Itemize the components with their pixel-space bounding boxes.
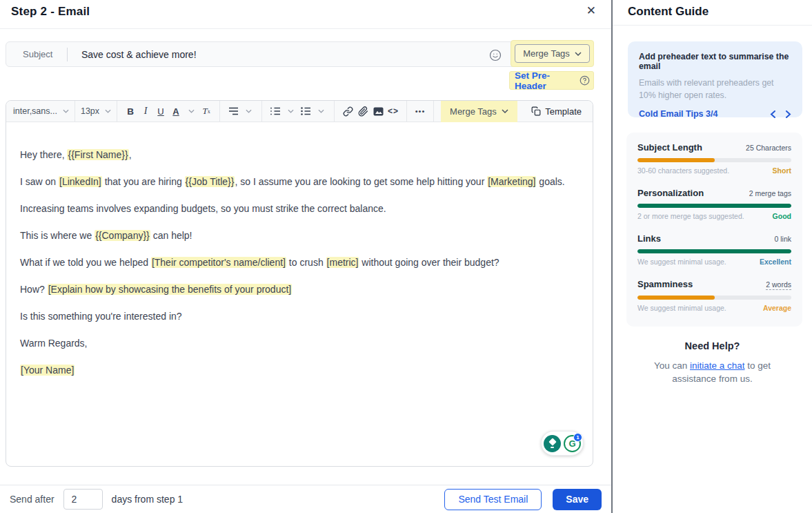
emoji-picker-icon[interactable] <box>489 49 502 61</box>
font-size-value: 13px <box>81 106 99 116</box>
bullet-list-chevron-icon[interactable] <box>313 103 328 119</box>
bold-button[interactable]: B <box>123 103 138 119</box>
email-paragraph[interactable]: [Your Name] <box>20 363 579 377</box>
metric-hint: 30-60 characters suggested. <box>637 166 729 175</box>
metric-status-badge: Short <box>773 166 791 175</box>
text-segment: without going over their budget? <box>359 257 499 268</box>
metric-progress-fill <box>637 249 791 253</box>
chevron-down-icon <box>502 109 508 113</box>
text-segment: , so I assume you are looking to get som… <box>235 176 487 187</box>
subject-merge-tags-button[interactable]: Merge Tags <box>515 44 590 63</box>
code-view-icon[interactable]: <> <box>386 103 401 119</box>
metrics-card: Subject Length 25 Characters 30-60 chara… <box>626 133 802 327</box>
font-color-button[interactable]: A <box>168 103 184 119</box>
metric-value: 0 link <box>774 235 791 243</box>
underline-button[interactable]: U <box>153 103 168 119</box>
initiate-chat-link[interactable]: initiate a chat <box>690 360 745 371</box>
need-help-title: Need Help? <box>613 340 812 351</box>
email-paragraph[interactable]: Hey there, {{First Name}}, <box>20 148 579 162</box>
template-button[interactable]: Template <box>531 106 586 117</box>
chevron-right-icon[interactable] <box>785 110 791 118</box>
ordered-list-icon[interactable] <box>268 103 283 119</box>
email-paragraph[interactable]: How? [Explain how by showcasing the bene… <box>20 282 579 296</box>
merge-tag-token: {{Job Title}} <box>185 176 235 187</box>
metric-progress-track <box>637 204 791 208</box>
text-segment: goals. <box>536 176 564 187</box>
metric-block: Spamminess 2 words We suggest minimal us… <box>637 279 791 312</box>
template-label: Template <box>545 106 582 117</box>
merge-tags-highlight-box: Merge Tags <box>511 40 594 67</box>
bullet-list-icon[interactable] <box>298 103 313 119</box>
align-icon[interactable] <box>226 103 241 119</box>
metric-hint: We suggest minimal usage. <box>637 258 726 266</box>
align-chevron-icon[interactable] <box>241 103 256 119</box>
email-body[interactable]: Hey there, {{First Name}},I saw on [Link… <box>6 122 593 377</box>
text-segment: Hey there, <box>20 149 67 160</box>
set-preheader-link[interactable]: Set Pre-Header <box>515 70 580 91</box>
metric-status-badge: Average <box>763 304 791 312</box>
metric-name: Links <box>637 233 661 244</box>
toolbar-separator <box>261 101 262 122</box>
help-text-pre: You can <box>654 360 690 371</box>
metric-block: Subject Length 25 Characters 30-60 chara… <box>637 142 791 175</box>
text-segment: can help! <box>150 230 192 241</box>
metric-progress-fill <box>637 158 715 162</box>
more-options-icon[interactable]: ••• <box>413 103 428 119</box>
metric-progress-track <box>637 249 791 253</box>
days-input[interactable] <box>63 489 103 510</box>
attachment-icon[interactable] <box>355 103 370 119</box>
set-preheader-highlight-box: Set Pre-Header <box>509 71 594 90</box>
chevron-left-icon[interactable] <box>770 110 776 118</box>
metric-block: Personalization 2 merge tags 2 or more m… <box>637 188 791 220</box>
text-segment: , <box>129 149 132 160</box>
toolbar-separator <box>433 101 434 122</box>
help-circle-icon[interactable] <box>580 75 590 86</box>
metric-value: 25 Characters <box>746 144 791 152</box>
toolbar-separator <box>334 101 335 122</box>
email-paragraph[interactable]: Warm Regards, <box>20 336 579 350</box>
email-editor: inter,sans... 13px B I U A Tx <box>6 100 593 467</box>
font-family-select[interactable]: inter,sans... <box>13 106 69 116</box>
toolbar-separator <box>75 101 75 122</box>
font-family-value: inter,sans... <box>13 106 57 116</box>
toolbar-merge-tags-label: Merge Tags <box>450 106 497 117</box>
send-test-email-button[interactable]: Send Test Email <box>444 489 542 510</box>
merge-tag-token: [Your Name] <box>20 365 75 376</box>
tone-diamond-shape <box>548 438 556 445</box>
cold-email-tips-link[interactable]: Cold Email Tips 3/4 <box>639 109 717 119</box>
days-suffix-label: days from step 1 <box>112 494 184 505</box>
tip-card: Add preheader text to summarise the emai… <box>628 41 802 117</box>
metric-name: Subject Length <box>637 142 702 153</box>
merge-tag-token: [Their competitor's name/client] <box>151 257 286 268</box>
save-button[interactable]: Save <box>553 489 602 510</box>
close-icon[interactable]: ✕ <box>586 5 596 17</box>
tone-suggestion-icon[interactable] <box>544 435 561 452</box>
chevron-down-icon <box>575 52 582 56</box>
toolbar-merge-tags-button[interactable]: Merge Tags <box>441 101 517 122</box>
grammarly-widget[interactable]: G 1 <box>541 431 584 456</box>
grammarly-logo-icon[interactable]: G 1 <box>564 435 581 452</box>
merge-tag-token: [Explain how by showcasing the benefits … <box>48 284 293 295</box>
metric-status-badge: Excellent <box>760 258 791 266</box>
tip-title: Add preheader text to summarise the emai… <box>639 52 791 71</box>
need-help-text: You can initiate a chat to get assistanc… <box>642 359 783 385</box>
email-paragraph[interactable]: Is this something you're interested in? <box>20 309 579 323</box>
email-paragraph[interactable]: I saw on [LinkedIn] that you are hiring … <box>20 175 579 188</box>
email-paragraph[interactable]: Increasing teams involves expanding budg… <box>20 202 579 215</box>
text-segment: to crush <box>286 257 326 268</box>
metric-hint: We suggest minimal usage. <box>637 304 726 312</box>
clear-format-x: x <box>208 108 210 115</box>
font-size-select[interactable]: 13px <box>81 106 111 116</box>
ordered-list-chevron-icon[interactable] <box>283 103 298 119</box>
tip-body: Emails with relevant preheaders get 10% … <box>639 77 791 101</box>
italic-button[interactable]: I <box>138 103 153 119</box>
toolbar-separator <box>219 101 220 122</box>
image-icon[interactable] <box>370 103 386 119</box>
link-icon[interactable] <box>340 103 355 119</box>
email-paragraph[interactable]: This is where we {{Company}} can help! <box>20 229 579 242</box>
clear-formatting-button[interactable]: Tx <box>199 103 214 119</box>
tone-base-shape <box>551 447 554 449</box>
email-paragraph[interactable]: What if we told you we helped [Their com… <box>20 255 579 269</box>
font-color-chevron-icon[interactable] <box>184 103 199 119</box>
text-segment: Is this something you're interested in? <box>20 311 182 322</box>
